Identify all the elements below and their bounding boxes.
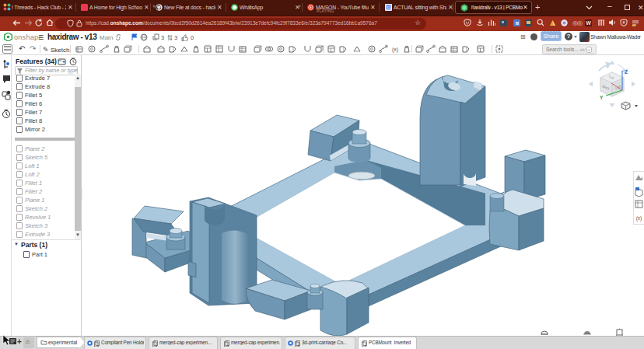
svg-text:(x): (x) [636, 215, 642, 222]
svg-text:31: 31 [386, 5, 390, 10]
svg-text:(x): (x) [392, 47, 398, 53]
svg-text:Z: Z [625, 69, 628, 75]
svg-text:Y: Y [600, 95, 604, 100]
